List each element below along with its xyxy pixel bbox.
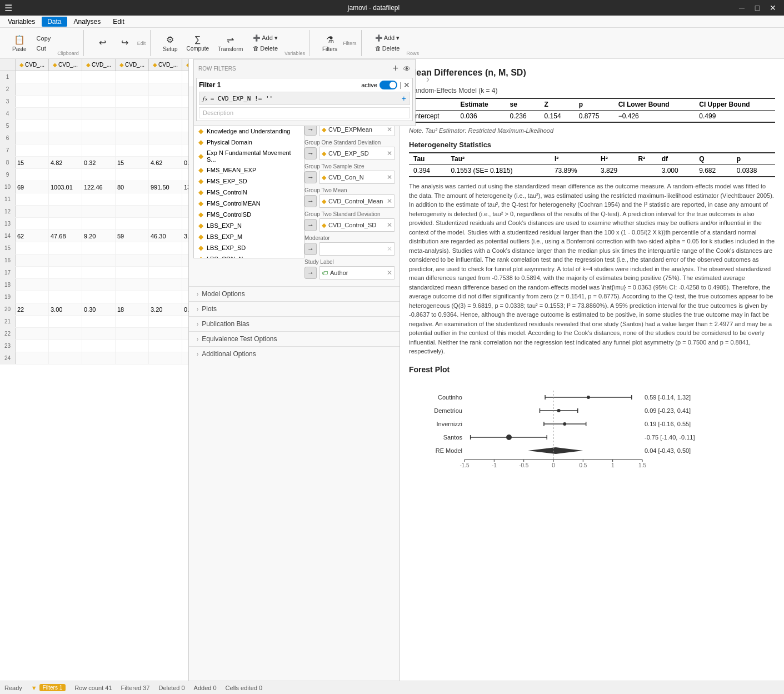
- variable-list-item[interactable]: ◆FMS_EXP_SD: [194, 176, 304, 187]
- spreadsheet-cell[interactable]: 80: [116, 181, 149, 193]
- spreadsheet-cell[interactable]: [116, 242, 149, 254]
- spreadsheet-cell[interactable]: [116, 267, 149, 278]
- spreadsheet-cell[interactable]: [182, 328, 188, 339]
- group-two-sd-arrow[interactable]: →: [304, 219, 317, 231]
- spreadsheet-cell[interactable]: [116, 316, 149, 327]
- spreadsheet-cell[interactable]: [82, 132, 116, 144]
- spreadsheet-cell[interactable]: [16, 279, 49, 291]
- filters-button[interactable]: ⚗ Filters: [319, 32, 341, 54]
- spreadsheet-cell[interactable]: [116, 340, 149, 352]
- menu-edit[interactable]: Edit: [107, 17, 130, 27]
- spreadsheet-cell[interactable]: [116, 193, 149, 205]
- spreadsheet-cell[interactable]: [82, 144, 116, 156]
- filter-1-toggle[interactable]: [379, 81, 397, 89]
- spreadsheet-cell[interactable]: [82, 108, 116, 119]
- spreadsheet-cell[interactable]: [116, 352, 149, 364]
- spreadsheet-cell[interactable]: [16, 352, 49, 364]
- group-two-n-arrow[interactable]: →: [304, 171, 317, 183]
- spreadsheet-cell[interactable]: [149, 144, 182, 156]
- spreadsheet-cell[interactable]: [182, 316, 188, 327]
- spreadsheet-cell[interactable]: [82, 340, 116, 352]
- spreadsheet-cell[interactable]: [116, 83, 149, 95]
- col-header-2[interactable]: ◆ CVD_...: [82, 59, 116, 71]
- spreadsheet-cell[interactable]: [82, 120, 116, 132]
- spreadsheet-cell[interactable]: [16, 120, 49, 132]
- spreadsheet-cell[interactable]: 133.34: [182, 181, 188, 193]
- rows-delete-button[interactable]: 🗑 Delete: [371, 44, 405, 53]
- spreadsheet-cell[interactable]: [182, 254, 188, 266]
- spreadsheet-cell[interactable]: [82, 328, 116, 339]
- filter-1-description[interactable]: Description: [199, 107, 410, 118]
- spreadsheet-cell[interactable]: [116, 279, 149, 291]
- spreadsheet-cell[interactable]: [49, 71, 82, 83]
- spreadsheet-cell[interactable]: [82, 242, 116, 254]
- spreadsheet-cell[interactable]: [182, 242, 188, 254]
- spreadsheet-cell[interactable]: [149, 120, 182, 132]
- spreadsheet-cell[interactable]: [16, 108, 49, 119]
- spreadsheet-cell[interactable]: [149, 316, 182, 327]
- variables-add-button[interactable]: ➕ Add ▾: [248, 33, 282, 43]
- variable-list-item[interactable]: ◆Knowledge and Understanding: [194, 126, 304, 137]
- spreadsheet-cell[interactable]: 122.46: [82, 181, 116, 193]
- spreadsheet-cell[interactable]: 991.50: [149, 181, 182, 193]
- study-label-arrow[interactable]: →: [304, 267, 317, 279]
- group-two-mean-clear[interactable]: ✕: [387, 197, 392, 205]
- spreadsheet-cell[interactable]: [49, 328, 82, 339]
- spreadsheet-cell[interactable]: [149, 132, 182, 144]
- variables-delete-button[interactable]: 🗑 Delete: [248, 44, 282, 53]
- spreadsheet-cell[interactable]: [182, 267, 188, 278]
- spreadsheet-cell[interactable]: 0.20: [182, 303, 188, 315]
- spreadsheet-cell[interactable]: 59: [116, 230, 149, 242]
- spreadsheet-cell[interactable]: [49, 96, 82, 107]
- spreadsheet-cell[interactable]: [82, 352, 116, 364]
- variable-list-item[interactable]: ◆LBS_CON_N: [194, 253, 304, 258]
- spreadsheet-cell[interactable]: [116, 206, 149, 217]
- spreadsheet-cell[interactable]: [49, 132, 82, 144]
- col-header-3[interactable]: ◆ CVD_...: [116, 59, 149, 71]
- spreadsheet-cell[interactable]: [182, 108, 188, 119]
- spreadsheet-cell[interactable]: [16, 242, 49, 254]
- spreadsheet-cell[interactable]: 69: [16, 181, 49, 193]
- spreadsheet-cell[interactable]: [49, 83, 82, 95]
- spreadsheet-cell[interactable]: [116, 120, 149, 132]
- menu-variables[interactable]: Variables: [2, 17, 41, 27]
- spreadsheet-cell[interactable]: 3.80: [182, 230, 188, 242]
- spreadsheet-cell[interactable]: [82, 193, 116, 205]
- variable-list-item[interactable]: ◆Exp N Fundamental Movement S...: [194, 148, 304, 164]
- filter-formula-add-button[interactable]: +: [402, 94, 406, 103]
- spreadsheet-cell[interactable]: [49, 193, 82, 205]
- paste-button[interactable]: 📋 Paste: [9, 32, 30, 54]
- spreadsheet-cell[interactable]: [82, 267, 116, 278]
- spreadsheet-cell[interactable]: [116, 132, 149, 144]
- spreadsheet-cell[interactable]: 3.00: [49, 303, 82, 315]
- col-header-0[interactable]: ◆ CVD_...: [16, 59, 49, 71]
- spreadsheet-cell[interactable]: [149, 267, 182, 278]
- spreadsheet-cell[interactable]: [16, 193, 49, 205]
- spreadsheet-cell[interactable]: [16, 144, 49, 156]
- add-filter-button[interactable]: +: [390, 63, 401, 74]
- spreadsheet-cell[interactable]: [82, 71, 116, 83]
- spreadsheet-cell[interactable]: [49, 267, 82, 278]
- group-two-mean-slot-box[interactable]: ◆ CVD_Control_Mean ✕: [319, 194, 395, 208]
- redo-button[interactable]: ↪: [115, 35, 135, 51]
- filters-panel-close-arrow[interactable]: ›: [426, 73, 430, 85]
- spreadsheet-cell[interactable]: [82, 206, 116, 217]
- spreadsheet-cell[interactable]: 18: [116, 303, 149, 315]
- spreadsheet-cell[interactable]: [149, 279, 182, 291]
- spreadsheet-cell[interactable]: [182, 120, 188, 132]
- group-two-n-clear[interactable]: ✕: [387, 173, 392, 181]
- toggle-filter-visibility-button[interactable]: 👁: [403, 64, 411, 73]
- spreadsheet-cell[interactable]: [16, 206, 49, 217]
- app-menu-icon[interactable]: ☰: [4, 3, 12, 13]
- menu-analyses[interactable]: Analyses: [68, 17, 107, 27]
- group-one-mean-clear[interactable]: ✕: [387, 126, 392, 133]
- spreadsheet-cell[interactable]: [16, 340, 49, 352]
- spreadsheet-cell[interactable]: [149, 193, 182, 205]
- spreadsheet-cell[interactable]: [82, 291, 116, 303]
- spreadsheet-cell[interactable]: [116, 71, 149, 83]
- spreadsheet-cell[interactable]: [82, 316, 116, 327]
- group-two-n-slot-box[interactable]: ◆ CVD_Con_N ✕: [319, 171, 395, 184]
- group-one-sd-slot-box[interactable]: ◆ CVD_EXP_SD ✕: [319, 147, 395, 160]
- spreadsheet-cell[interactable]: [16, 96, 49, 107]
- section-header-4[interactable]: › Additional Options: [189, 347, 400, 361]
